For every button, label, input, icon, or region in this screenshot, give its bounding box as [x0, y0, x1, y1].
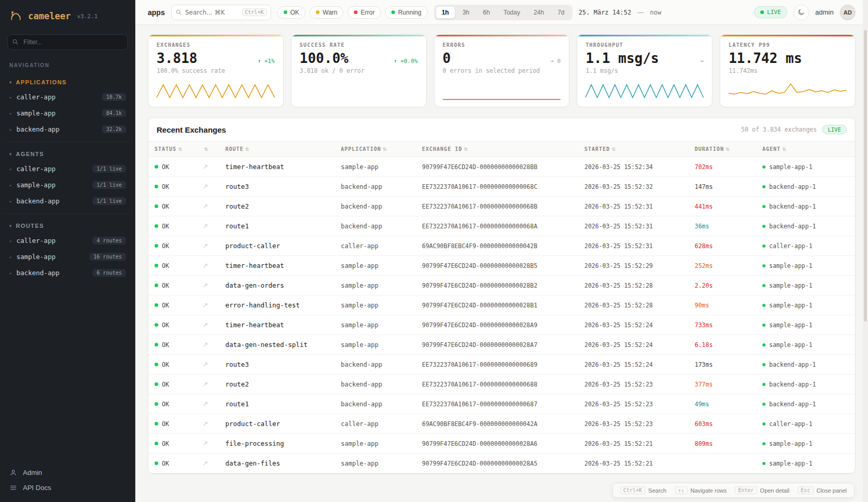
range-button-6h[interactable]: 6h	[477, 6, 496, 19]
open-detail-icon[interactable]: ↗	[202, 361, 208, 368]
main-scrollbar-track[interactable]	[863, 0, 868, 502]
table-row[interactable]: OK↗file-processingsample-app90799F47E6CD…	[148, 434, 855, 454]
open-detail-cell[interactable]: ↗	[196, 315, 219, 335]
table-row[interactable]: OK↗product-callercaller-app69AC90BF8EBC4…	[148, 236, 855, 256]
card-value-row: 3.818↑ +1%	[157, 48, 275, 67]
open-detail-icon[interactable]: ↗	[202, 459, 208, 467]
column-header-duration[interactable]: DURATION⇅	[688, 141, 756, 157]
agent-value: backend-app-1	[762, 401, 849, 408]
application-cell: sample-app	[335, 335, 416, 355]
sidebar-item-routes-sample-app[interactable]: ▸sample-app16 routes	[4, 249, 131, 265]
sidebar-item-applications-caller-app[interactable]: ▸caller-app10.7k	[4, 89, 131, 105]
open-detail-cell[interactable]: ↗	[196, 414, 219, 434]
sidebar-item-applications-backend-app[interactable]: ▸backend-app32.2k	[4, 121, 131, 137]
table-row[interactable]: OK↗error-handling-testsample-app90799F47…	[148, 295, 855, 315]
column-header-status[interactable]: STATUS⇅	[148, 141, 196, 157]
open-detail-icon[interactable]: ↗	[202, 281, 208, 289]
open-detail-cell[interactable]: ↗	[196, 276, 219, 295]
sidebar-item-applications-sample-app[interactable]: ▸sample-app84.1k	[4, 105, 131, 121]
open-detail-icon[interactable]: ↗	[202, 440, 208, 447]
chevron-right-icon: ▸	[9, 95, 12, 100]
now-label[interactable]: now	[650, 9, 661, 16]
open-detail-icon[interactable]: ↗	[202, 202, 208, 210]
duration-cell	[688, 454, 756, 473]
breadcrumb-apps[interactable]: apps	[148, 8, 165, 17]
open-detail-cell[interactable]: ↗	[196, 295, 219, 315]
table-row[interactable]: OK↗data-gen-filessample-app90799F47E6CD2…	[148, 454, 855, 473]
open-detail-cell[interactable]: ↗	[196, 216, 219, 236]
sidebar-footer-admin[interactable]: Admin	[9, 469, 126, 477]
open-detail-cell[interactable]: ↗	[196, 236, 219, 256]
filter-chip-warn[interactable]: Warn	[310, 6, 343, 19]
open-detail-cell[interactable]: ↗	[196, 177, 219, 197]
range-button-3h[interactable]: 3h	[456, 6, 476, 19]
range-button-24h[interactable]: 24h	[527, 6, 550, 19]
open-detail-cell[interactable]: ↗	[196, 197, 219, 216]
table-row[interactable]: OK↗route1backend-appEE7322370A10617-0000…	[148, 216, 855, 236]
filter-chip-error[interactable]: Error	[348, 6, 381, 19]
table-row[interactable]: OK↗timer-heartbeatsample-app90799F47E6CD…	[148, 315, 855, 335]
sidebar-item-routes-backend-app[interactable]: ▸backend-app6 routes	[4, 265, 131, 281]
sidebar-item-agents-sample-app[interactable]: ▸sample-app1/1 live	[4, 177, 131, 193]
column-header-application[interactable]: APPLICATION⇅	[335, 141, 416, 157]
table-row[interactable]: OK↗route2backend-appEE7322370A10617-0000…	[148, 197, 855, 216]
filter-chip-running[interactable]: Running	[385, 6, 428, 19]
sidebar-item-agents-backend-app[interactable]: ▸backend-app1/1 live	[4, 193, 131, 209]
open-detail-icon[interactable]: ↗	[202, 321, 208, 329]
table-row[interactable]: OK↗timer-heartbeatsample-app90799F47E6CD…	[148, 157, 855, 177]
sidebar-item-routes-caller-app[interactable]: ▸caller-app4 routes	[4, 233, 131, 249]
column-header-route[interactable]: ROUTE⇅	[219, 141, 335, 157]
sidebar-filter-input[interactable]	[7, 34, 128, 50]
open-detail-cell[interactable]: ↗	[196, 375, 219, 394]
started-cell: 2026-03-25 15:52:31	[578, 216, 688, 236]
open-detail-icon[interactable]: ↗	[202, 163, 208, 171]
card-value: 0	[443, 50, 451, 66]
table-row[interactable]: OK↗product-callercaller-app69AC90BF8EBC4…	[148, 414, 855, 434]
column-header-exchange-id[interactable]: EXCHANGE ID⇅	[416, 141, 578, 157]
datetime-display[interactable]: 25. März 14:52	[579, 9, 631, 16]
range-button-7d[interactable]: 7d	[551, 6, 570, 19]
open-detail-cell[interactable]: ↗	[196, 454, 219, 473]
table-row[interactable]: OK↗timer-heartbeatsample-app90799F47E6CD…	[148, 256, 855, 276]
live-badge[interactable]: LIVE	[754, 6, 787, 18]
status-value: OK	[155, 183, 190, 190]
open-detail-icon[interactable]: ↗	[202, 341, 208, 349]
main-scrollbar-thumb[interactable]	[864, 30, 867, 321]
open-detail-cell[interactable]: ↗	[196, 434, 219, 454]
column-header-agent[interactable]: AGENT⇅	[756, 141, 855, 157]
column-header-open-detail[interactable]: ⇅	[196, 141, 219, 157]
sidebar-item-agents-caller-app[interactable]: ▸caller-app1/1 live	[4, 161, 131, 177]
column-header-started[interactable]: STARTED⇅	[578, 141, 688, 157]
open-detail-cell[interactable]: ↗	[196, 157, 219, 177]
open-detail-icon[interactable]: ↗	[202, 380, 208, 388]
table-row[interactable]: OK↗route3backend-appEE7322370A10617-0000…	[148, 355, 855, 375]
table-live-badge[interactable]: LIVE	[822, 125, 847, 134]
open-detail-icon[interactable]: ↗	[202, 222, 208, 230]
open-detail-icon[interactable]: ↗	[202, 420, 208, 428]
sidebar-section-header-agents[interactable]: ▾AGENTS	[4, 147, 131, 161]
open-detail-icon[interactable]: ↗	[202, 400, 208, 408]
sidebar-section-header-routes[interactable]: ▾ROUTES	[4, 219, 131, 233]
search-input[interactable]	[185, 9, 239, 16]
open-detail-icon[interactable]: ↗	[202, 301, 208, 309]
sidebar-footer-api-docs[interactable]: API Docs	[9, 484, 126, 492]
table-row[interactable]: OK↗route2backend-appEE7322370A10617-0000…	[148, 375, 855, 394]
open-detail-icon[interactable]: ↗	[202, 262, 208, 269]
open-detail-cell[interactable]: ↗	[196, 335, 219, 355]
open-detail-icon[interactable]: ↗	[202, 242, 208, 250]
table-row[interactable]: OK↗data-gen-orderssample-app90799F47E6CD…	[148, 276, 855, 295]
sidebar-section-header-applications[interactable]: ▾APPLICATIONS	[4, 75, 131, 89]
table-row[interactable]: OK↗route1backend-appEE7322370A10617-0000…	[148, 394, 855, 414]
range-button-1h[interactable]: 1h	[436, 6, 455, 19]
dark-mode-toggle[interactable]	[794, 5, 809, 20]
table-row[interactable]: OK↗route3backend-appEE7322370A10617-0000…	[148, 177, 855, 197]
open-detail-cell[interactable]: ↗	[196, 355, 219, 375]
open-detail-cell[interactable]: ↗	[196, 394, 219, 414]
avatar[interactable]: AD	[840, 5, 856, 20]
filter-chip-ok[interactable]: OK	[277, 6, 305, 19]
app-logo[interactable]: cameleer v3.2.1	[0, 0, 135, 29]
range-button-today[interactable]: Today	[497, 6, 526, 19]
table-row[interactable]: OK↗data-gen-nested-splitsample-app90799F…	[148, 335, 855, 355]
open-detail-cell[interactable]: ↗	[196, 256, 219, 276]
open-detail-icon[interactable]: ↗	[202, 183, 208, 190]
